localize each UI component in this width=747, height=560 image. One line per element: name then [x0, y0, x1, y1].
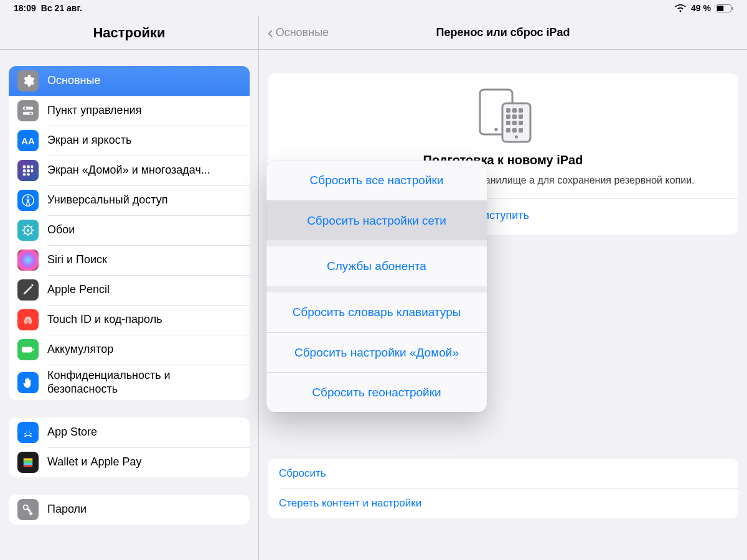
sidebar-item-label: Touch ID и код-пароль: [47, 313, 241, 327]
svg-rect-38: [519, 121, 523, 125]
svg-rect-1: [717, 6, 723, 11]
svg-rect-7: [23, 166, 26, 169]
battery-icon: [17, 339, 39, 360]
svg-rect-10: [23, 169, 26, 172]
sidebar-item-label: Экран «Домой» и многозадач...: [47, 164, 241, 177]
svg-rect-36: [506, 121, 510, 125]
svg-rect-14: [27, 174, 30, 176]
svg-rect-20: [32, 348, 34, 351]
toggles-icon: [17, 100, 39, 121]
sidebar-item-label: Apple Pencil: [47, 283, 241, 297]
status-battery-text: 49 %: [691, 3, 711, 13]
svg-rect-13: [23, 174, 26, 176]
sidebar-item-app-store[interactable]: App Store: [9, 418, 250, 447]
svg-rect-19: [22, 347, 32, 352]
svg-rect-22: [24, 460, 33, 463]
home-screen-icon: [17, 160, 39, 181]
back-label: Основные: [276, 26, 329, 39]
wifi-icon: [675, 4, 686, 12]
detail-panel: ‹ Основные Перенос или сброс iPad: [259, 16, 747, 560]
sidebar-item-label: Пункт управления: [47, 104, 241, 118]
svg-point-18: [27, 229, 29, 231]
app-store-icon: [17, 422, 39, 443]
svg-rect-34: [512, 114, 517, 119]
detail-title: Перенос или сброс iPad: [259, 26, 747, 39]
svg-rect-24: [24, 465, 33, 467]
sidebar-item-label: Конфиденциальность и безопасность: [47, 369, 241, 396]
svg-rect-32: [519, 108, 523, 113]
accessibility-icon: [17, 190, 39, 211]
svg-rect-21: [24, 459, 33, 461]
svg-rect-9: [31, 166, 34, 169]
popover-option-reset-keyboard[interactable]: Сбросить словарь клавиатуры: [266, 292, 487, 332]
svg-rect-40: [512, 128, 517, 133]
sidebar-item-home-screen[interactable]: Экран «Домой» и многозадач...: [9, 156, 250, 185]
sidebar-item-label: Wallet и Apple Pay: [47, 455, 241, 469]
sidebar-item-label: Обои: [47, 223, 241, 237]
siri-icon: [17, 250, 39, 271]
reset-options-popover: Сбросить все настройки Сбросить настройк…: [266, 161, 487, 412]
sidebar-item-label: Экран и яркость: [47, 134, 241, 147]
svg-rect-8: [27, 166, 30, 169]
svg-rect-33: [506, 114, 510, 119]
key-icon: [17, 499, 39, 520]
sidebar-item-passwords[interactable]: Пароли: [9, 495, 250, 525]
popover-option-reset-home[interactable]: Сбросить настройки «Домой»: [266, 332, 487, 372]
battery-icon: [716, 4, 733, 12]
sidebar-item-battery[interactable]: Аккумулятор: [9, 335, 250, 365]
pencil-icon: [17, 279, 39, 301]
text-size-icon: AA: [17, 130, 39, 151]
fingerprint-icon: [17, 309, 39, 330]
popover-option-reset-all[interactable]: Сбросить все настройки: [266, 161, 487, 200]
svg-point-5: [24, 107, 26, 109]
svg-rect-35: [519, 114, 523, 119]
wallpaper-icon: [17, 220, 39, 241]
sidebar-item-wallpaper[interactable]: Обои: [9, 215, 250, 245]
svg-rect-3: [23, 107, 34, 110]
svg-rect-2: [732, 7, 733, 10]
sidebar-item-label: Siri и Поиск: [47, 253, 241, 267]
sidebar-item-label: Основные: [47, 74, 241, 88]
svg-rect-23: [24, 463, 33, 465]
sidebar-item-siri[interactable]: Siri и Поиск: [9, 245, 250, 275]
status-time: 18:09: [14, 3, 36, 13]
status-bar: 18:09 Вс 21 авг. 49 %: [0, 0, 747, 16]
sidebar-item-privacy[interactable]: Конфиденциальность и безопасность: [9, 365, 250, 400]
sidebar-item-general[interactable]: Основные: [9, 66, 250, 96]
svg-rect-4: [23, 112, 34, 115]
sidebar-item-label: Аккумулятор: [47, 343, 241, 357]
sidebar-item-wallet[interactable]: Wallet и Apple Pay: [9, 447, 250, 477]
svg-rect-30: [506, 108, 510, 113]
sidebar-group-3: Пароли: [9, 495, 250, 525]
svg-rect-39: [506, 128, 510, 133]
popover-option-reset-network[interactable]: Сбросить настройки сети: [266, 200, 487, 240]
reset-button[interactable]: Сбросить: [268, 459, 738, 488]
svg-rect-31: [512, 108, 517, 113]
svg-point-6: [29, 112, 31, 114]
svg-rect-12: [31, 169, 34, 172]
back-button[interactable]: ‹ Основные: [268, 26, 329, 40]
sidebar-item-touch-id[interactable]: Touch ID и код-пароль: [9, 305, 250, 335]
detail-nav: ‹ Основные Перенос или сброс iPad: [259, 16, 747, 50]
settings-sidebar: Настройки Основные Пункт управления AA: [0, 16, 259, 560]
sidebar-title: Настройки: [0, 16, 258, 50]
svg-point-27: [494, 128, 497, 131]
wallet-icon: [17, 452, 39, 473]
status-date: Вс 21 авг.: [41, 3, 82, 13]
popover-option-subscriber[interactable]: Службы абонента: [266, 246, 487, 286]
reset-actions-list: Сбросить Стереть контент и настройки: [268, 459, 738, 518]
svg-rect-11: [27, 169, 30, 172]
sidebar-item-control-center[interactable]: Пункт управления: [9, 96, 250, 126]
devices-icon: [268, 73, 738, 153]
sidebar-item-display[interactable]: AA Экран и яркость: [9, 126, 250, 156]
sidebar-item-label: Универсальный доступ: [47, 194, 241, 207]
chevron-left-icon: ‹: [268, 24, 273, 40]
svg-rect-41: [519, 128, 523, 133]
hand-icon: [17, 372, 39, 393]
popover-option-reset-location[interactable]: Сбросить геонастройки: [266, 372, 487, 412]
sidebar-item-label: App Store: [47, 426, 241, 439]
sidebar-item-apple-pencil[interactable]: Apple Pencil: [9, 275, 250, 305]
sidebar-group-2: App Store Wallet и Apple Pay: [9, 418, 250, 477]
erase-all-button[interactable]: Стереть контент и настройки: [268, 488, 738, 518]
sidebar-item-accessibility[interactable]: Универсальный доступ: [9, 185, 250, 215]
